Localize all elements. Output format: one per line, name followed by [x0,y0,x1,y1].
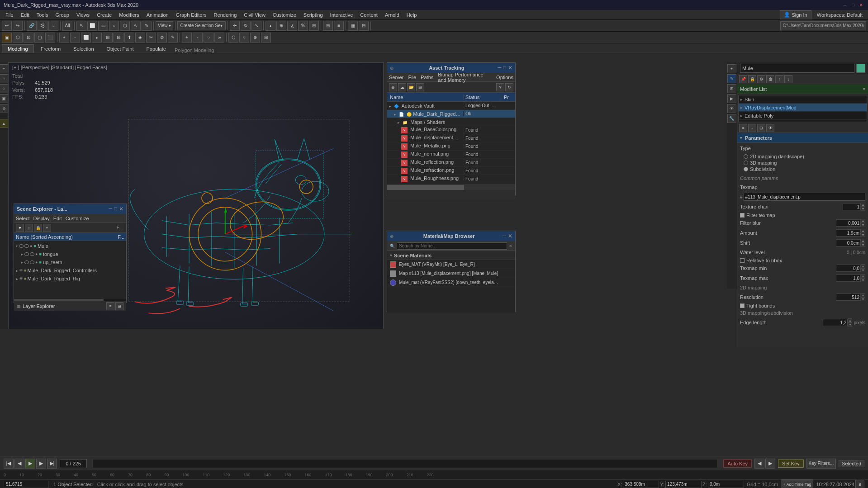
shift-spinner[interactable]: ▲ ▼ [836,239,865,247]
resolution-input[interactable] [836,294,861,301]
prev-frame-button[interactable]: ◀ [14,459,24,469]
menu-modifiers[interactable]: Modifiers [115,10,143,20]
collapse-button[interactable]: ⊟ [757,124,765,132]
material-browser-content[interactable]: Eyes_MAT (VRayMtl) [Eye_L, Eye_R] Map #1… [387,260,515,313]
y-coord-field[interactable] [665,481,702,488]
at-minimize-button[interactable]: ─ [498,65,502,71]
ring-button[interactable]: ○ [204,33,213,43]
lasso-select-button[interactable]: ∿ [131,21,141,31]
menu-edit[interactable]: Edit [17,10,33,20]
tight-bounds-checkbox[interactable] [740,303,745,308]
menu-tools[interactable]: Tools [33,10,52,20]
angle-snap-button[interactable]: ∡ [287,21,297,31]
menu-file[interactable]: File [2,10,17,20]
texmap-min-spinner[interactable]: ▲ ▼ [836,264,865,272]
pin-button[interactable]: 📌 [739,75,747,83]
bevel-button[interactable]: ◈ [135,33,145,43]
key-filters-button[interactable]: Key Filters... [806,459,836,469]
type-2d-radio[interactable] [744,154,748,159]
move-mod-down-button[interactable]: ↓ [784,75,792,83]
insert-loop-button[interactable]: + [59,33,69,43]
display-icon[interactable]: 👁 [727,104,736,113]
at-row-vault[interactable]: ▸ 🔷 Autodesk Vault Logged Out ... [387,102,515,110]
minimize-button[interactable]: ─ [842,2,848,8]
extrude-button[interactable]: ⬆ [124,33,134,43]
layer-button[interactable]: ▦ [348,21,358,31]
se-add-btn[interactable]: + [43,224,51,232]
at-tool-1[interactable]: ⊕ [389,83,397,91]
chamfer-button[interactable]: ⬥ [92,33,102,43]
filter-blur-spinner[interactable]: ▲ ▼ [836,219,865,227]
add-time-tag-button[interactable]: + Add Time Tag [781,479,813,488]
at-menu-file[interactable]: File [408,75,416,80]
menu-interactive[interactable]: Interactive [327,10,357,20]
resolution-spinner[interactable]: ▲ ▼ [836,293,865,301]
material-search-input[interactable] [397,242,507,250]
at-row-metallic[interactable]: V Mule_Metallic.png Found [387,142,515,151]
next-frame-button[interactable]: ▶ [36,459,46,469]
mb-minimize-button[interactable]: ─ [503,233,506,239]
mb-row-mulemat[interactable]: Mule_mat (VRayFastSSS2) [down_teeth, eye… [387,278,515,287]
mirror-button[interactable]: ⊞ [323,21,333,31]
filter-blur-up[interactable]: ▲ [861,219,865,223]
auto-key-button[interactable]: Auto Key [723,460,752,468]
add-mod-button[interactable]: ≡ [739,124,747,132]
type-2d-option[interactable]: 2D mapping (landscape) [744,154,865,159]
filter-texmap-checkbox[interactable] [740,213,745,218]
se-menu-edit[interactable]: Edit [53,216,62,221]
texture-chain-down[interactable]: ▼ [861,207,865,211]
object-name-field[interactable] [740,64,854,73]
at-tool-2[interactable]: ☁ [398,83,406,91]
modifier-stack[interactable]: ▸ Skin ▸ VRayDisplacementMod ▸ Editable … [738,95,867,122]
filter-blur-down[interactable]: ▼ [861,223,865,227]
filter-blur-input[interactable] [836,219,861,227]
sign-in-button[interactable]: 👤 Sign In [780,10,811,19]
element-mode-button[interactable]: ⬛ [45,33,55,43]
texmap-max-input[interactable] [836,275,861,282]
select-rotate-button[interactable]: ↻ [241,21,251,31]
menu-rendering[interactable]: Rendering [210,10,241,20]
close-button[interactable]: ✕ [858,2,864,8]
scene-explorer-restore[interactable]: □ [114,206,117,212]
flow-connect-button[interactable]: ⊕ [250,33,260,43]
se-filter-btn[interactable]: ▼ [16,224,24,232]
create-icon[interactable]: + [727,64,736,73]
circle-select-button[interactable]: ○ [109,21,119,31]
at-row-roughness[interactable]: V Mule_Roughness.png Found [387,175,515,183]
tree-item-mule[interactable]: ▾ ● ■ Mule [14,242,126,250]
se-sort-btn[interactable]: ↕ [25,224,33,232]
show-in-viewport-button[interactable]: 👁 [766,124,774,132]
maximize-button[interactable]: □ [850,2,856,8]
snap-button[interactable]: ⊕ [276,21,286,31]
shift-input[interactable] [836,239,861,246]
left-tool-1[interactable]: + [0,64,9,73]
utilities-icon[interactable]: 🔧 [727,114,736,123]
vertex-mode-button[interactable]: ⊡ [24,33,33,43]
tree-item-rig[interactable]: ▸ 👁 ■ Mule_Dark_Rigged_Rig [14,275,126,283]
menu-content[interactable]: Content [356,10,381,20]
timeline-ruler[interactable]: 0 10 20 30 40 50 60 70 80 90 100 110 120… [0,470,868,479]
shift-down[interactable]: ▼ [861,243,865,247]
polygon-mode-button[interactable]: ▣ [2,33,12,43]
filter-texmap-row[interactable]: Filter texmap [740,213,865,218]
texmap-value-field[interactable]: #113 [Mule_displacement.p [744,193,865,201]
percent-snap-button[interactable]: % [298,21,308,31]
configure-button[interactable]: ⚙ [757,75,765,83]
at-refresh-btn[interactable]: ↻ [505,83,513,91]
tab-object-paint[interactable]: Object Paint [101,44,140,53]
at-tool-4[interactable]: ⊞ [416,83,424,91]
se-lock-btn[interactable]: 🔒 [34,224,42,232]
select-move-button[interactable]: ✛ [230,21,240,31]
grow-button[interactable]: + [182,33,192,43]
texmap-max-down[interactable]: ▼ [861,278,865,282]
select-name-button[interactable]: ⬜ [87,21,97,31]
left-tool-5[interactable]: ⊕ [0,104,9,113]
at-row-refraction[interactable]: V Mule_refraction.png Found [387,167,515,175]
border-mode-button[interactable]: ▢ [34,33,44,43]
left-tool-2[interactable]: ↔ [0,74,9,83]
z-coord-field[interactable] [708,481,744,488]
relative-bbox-row[interactable]: Relative to bbox [740,258,865,263]
object-color-button[interactable] [856,64,865,73]
quad-chamfer-button[interactable]: ⊞ [261,33,271,43]
texmap-min-down[interactable]: ▼ [861,268,865,272]
